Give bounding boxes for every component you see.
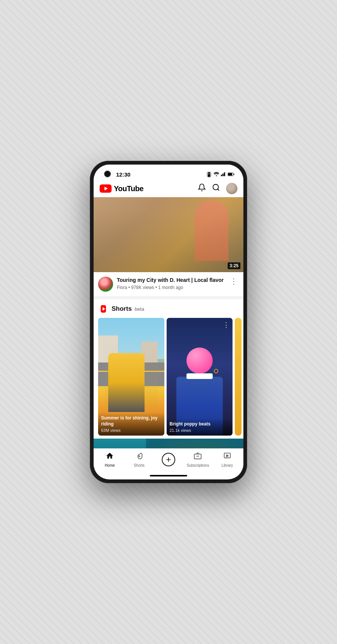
nav-subscriptions-label: Subscriptions [186,463,209,467]
svg-rect-2 [222,174,224,176]
wifi-icon [213,172,219,177]
home-indicator [150,475,187,476]
next-video-thumbnail[interactable] [94,439,243,448]
create-button[interactable] [162,453,175,466]
short-more-button-2[interactable]: ⋮ [223,321,230,329]
shorts-beta-label: beta [135,306,144,312]
search-button[interactable] [212,183,220,194]
short-card-2[interactable]: ⋮ Bright poppy beats 21.1k views [167,318,233,436]
svg-point-0 [216,175,217,177]
youtube-icon [100,184,112,193]
app-header: YouTube [94,180,243,197]
svg-rect-6 [228,173,232,175]
video-meta: Touring my City with D. Heart | Local fl… [117,277,225,290]
short-title-2: Bright poppy beats [170,421,230,427]
video-duration: 3:25 [228,262,240,269]
vibrate-icon: 📳 [206,172,212,177]
featured-video-thumbnail[interactable]: 3:25 [94,197,243,272]
short-overlay-1: Summer is for shining, joy riding 63M vi… [98,412,164,436]
shorts-header: Shorts beta [94,304,243,318]
camera [104,171,111,177]
thumbnail-bg [94,197,243,272]
svg-point-10 [213,184,219,190]
phone-device: 12:30 📳 [90,161,247,483]
shorts-nav-icon [135,452,143,462]
svg-rect-1 [221,175,222,176]
dot-separator2: • [155,285,158,290]
short-views-1: 63M views [101,428,161,433]
svg-marker-19 [227,455,228,457]
svg-rect-3 [224,172,225,176]
library-icon [223,452,231,462]
video-title: Touring my City with D. Heart | Local fl… [117,277,225,283]
content-area[interactable]: 3:25 Touring my City with D. Heart | Loc… [94,197,243,448]
short-card-1[interactable]: Summer is for shining, joy riding 63M vi… [98,318,164,436]
home-icon [106,452,114,462]
nav-home-label: Home [105,463,115,467]
shorts-section: Shorts beta [94,299,243,439]
shorts-icon [98,304,109,314]
svg-marker-13 [139,455,141,457]
more-options-button[interactable]: ⋮ [228,277,239,286]
nav-shorts-label: Shorts [134,463,145,467]
status-time: 12:30 [116,171,130,178]
phone-screen: 12:30 📳 [94,165,243,479]
nav-home[interactable]: Home [95,452,124,467]
channel-name: Flora [117,285,127,290]
video-info: Touring my City with D. Heart | Local fl… [94,272,243,296]
time-ago: 1 month ago [158,285,183,290]
svg-rect-7 [234,174,234,175]
nav-subscriptions[interactable]: Subscriptions [183,452,212,467]
subscriptions-icon [194,452,202,462]
nav-create[interactable] [154,453,183,466]
shorts-label: Shorts [112,305,132,313]
video-subtitle: Flora • 978K views • 1 month ago [117,285,225,290]
short-title-1: Summer is for shining, joy riding [101,415,161,427]
short-card-3-partial [235,318,242,436]
nav-shorts[interactable]: Shorts [124,452,154,467]
short-overlay-2: Bright poppy beats 21.1k views [167,418,233,436]
channel-avatar[interactable] [98,277,113,292]
header-actions [198,183,237,194]
notification-bell[interactable] [198,183,206,194]
svg-line-11 [218,189,219,190]
status-bar: 12:30 📳 [94,165,243,180]
app-name: YouTube [114,184,143,193]
user-avatar[interactable] [226,183,237,194]
signal-icon [221,172,226,177]
battery-icon [228,172,234,177]
short-views-2: 21.1k views [170,428,230,433]
section-divider [94,296,243,299]
view-count: 978K views [131,285,154,290]
nav-library-label: Library [222,463,233,467]
bottom-nav: Home Shorts [94,448,243,475]
shorts-scroll-container[interactable]: Summer is for shining, joy riding 63M vi… [94,318,243,436]
svg-rect-4 [225,172,226,176]
youtube-logo: YouTube [100,184,198,193]
pink-balloon [186,347,213,374]
nav-library[interactable]: Library [213,452,242,467]
status-icons: 📳 [206,172,234,177]
